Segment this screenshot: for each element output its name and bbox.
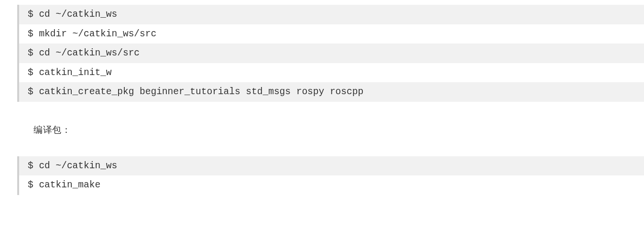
code-line: $ cd ~/catkin_ws/src (19, 43, 644, 63)
code-line: $ cd ~/catkin_ws (19, 156, 644, 176)
code-line: $ catkin_create_pkg beginner_tutorials s… (19, 82, 644, 102)
code-block-1: $ cd ~/catkin_ws $ mkdir ~/catkin_ws/src… (17, 5, 644, 102)
code-line: $ catkin_make (19, 175, 644, 195)
code-line: $ cd ~/catkin_ws (19, 5, 644, 24)
code-block-2: $ cd ~/catkin_ws $ catkin_make (17, 156, 644, 195)
paragraph-compile-package: 编译包： (33, 124, 644, 136)
code-line: $ catkin_init_w (19, 63, 644, 83)
code-line: $ mkdir ~/catkin_ws/src (19, 24, 644, 44)
